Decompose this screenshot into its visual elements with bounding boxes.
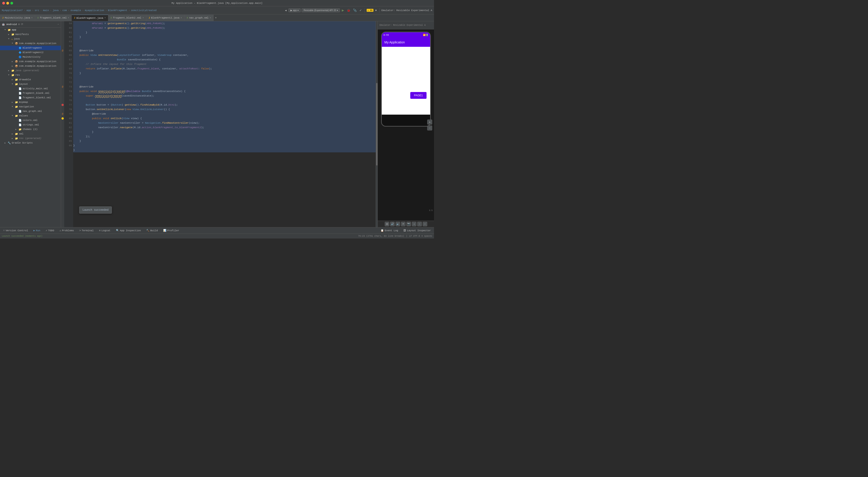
power-button[interactable]: ⏻ (385, 222, 389, 226)
device-selector[interactable]: Resizable (Experimental) API 33 ▾ (302, 8, 340, 12)
expand-icon[interactable]: ▶ (12, 79, 15, 81)
code-body[interactable]: mParam1 = getArguments().getString(ARG_P… (73, 21, 376, 227)
panel-collapse-icon[interactable]: − (57, 23, 59, 26)
breadcrumb-app[interactable]: MyApplication7 (2, 9, 23, 12)
tab-terminal[interactable]: > Terminal (78, 229, 95, 232)
tab-close-button[interactable]: × (31, 17, 33, 19)
device-page1-button[interactable]: PAGE1 (410, 92, 426, 99)
run-config-selector[interactable]: ▶ app ▾ (288, 8, 301, 12)
tab-layout-inspector[interactable]: 🖼 Layout Inspector (402, 229, 432, 232)
tab-nav-graph[interactable]: X nav_graph.xml × (184, 15, 214, 21)
expand-icon[interactable]: ▼ (4, 29, 8, 31)
tree-item-package-test[interactable]: ▶ 📦 com.example.myapplication (0, 59, 61, 64)
attach-button[interactable]: 📎 (352, 8, 358, 12)
expand-icon[interactable]: ▼ (8, 38, 11, 40)
tab-close-button[interactable]: × (68, 17, 69, 19)
tree-item-drawable[interactable]: ▶ 📁 drawable (0, 77, 61, 82)
expand-icon[interactable]: ▶ (12, 65, 15, 67)
tree-item-navigation[interactable]: ▼ 📁 navigation (0, 105, 61, 109)
back-nav-button[interactable]: ◂ (284, 8, 287, 12)
run-button[interactable]: ▶ (341, 8, 345, 12)
expand-icon[interactable]: ▶ (12, 101, 15, 103)
expand-icon[interactable]: ▶ (12, 137, 15, 140)
vertical-scrollbar[interactable] (376, 21, 377, 227)
close-button[interactable] (2, 2, 5, 4)
tab-version-control[interactable]: ⑂ Version Control (2, 229, 29, 232)
breadcrumb-example[interactable]: example (70, 9, 81, 12)
tree-item-blankfragment2[interactable]: 🔷 BlankFragment2 (0, 50, 61, 55)
minimize-button[interactable] (6, 2, 9, 4)
tree-item-fragment-blank2-xml[interactable]: 📄 fragment_blank2.xml (0, 95, 61, 100)
expand-icon[interactable]: ▶ (4, 142, 8, 144)
tab-blankfragment2[interactable]: J BlankFragment2.java × (146, 15, 184, 21)
expand-icon[interactable]: ▶ (8, 33, 11, 36)
tree-item-themes[interactable]: ▶ 📁 themes (2) (0, 127, 61, 131)
tab-close-button[interactable]: × (210, 17, 211, 19)
breadcrumb-main[interactable]: main (43, 9, 49, 12)
code-content[interactable]: @ @ @ (61, 21, 377, 227)
tree-item-layout[interactable]: ▼ 📁 layout (0, 82, 61, 86)
zoom-out-button[interactable]: − (427, 125, 432, 130)
tree-item-package-androidtest[interactable]: ▶ 📦 com.example.myapplication (0, 64, 61, 68)
tree-item-gradle[interactable]: ▶ 🔧 Gradle Scripts (0, 141, 61, 145)
tree-item-java-generated[interactable]: ▶ 📁 java (generated) (0, 68, 61, 73)
expand-icon[interactable]: ▼ (12, 83, 15, 85)
breadcrumb-java[interactable]: java (53, 9, 59, 12)
screenshot-button[interactable]: 📷 (406, 222, 411, 226)
tab-mainactivity[interactable]: J MainActivity.java × (0, 15, 35, 21)
expand-icon[interactable]: ▶ (12, 60, 15, 63)
expand-icon[interactable]: ▼ (12, 42, 15, 44)
expand-icon[interactable]: ▶ (16, 128, 19, 131)
tree-item-mipmap[interactable]: ▶ 📁 mipmap (0, 100, 61, 105)
expand-icon[interactable]: ▼ (8, 74, 11, 76)
tab-event-log[interactable]: 📋 Event Log (379, 229, 399, 232)
breadcrumb-myapplication[interactable]: myapplication (85, 9, 104, 12)
volume-up-button[interactable]: 🔊 (390, 222, 395, 226)
tree-item-manifests[interactable]: ▶ 📁 manifests (0, 32, 61, 37)
expand-icon[interactable]: ▶ (12, 133, 15, 135)
zoom-in-button[interactable]: + (427, 120, 432, 125)
expand-icon[interactable]: ▶ (8, 69, 11, 72)
breadcrumb-blankfragment[interactable]: BlankFragment (108, 9, 127, 12)
tab-fragment-blank2-xml[interactable]: X fragment_blank2.xml × (108, 15, 146, 21)
tree-item-app[interactable]: ▼ 📁 app (0, 28, 61, 32)
debug-button[interactable]: 🐞 (346, 8, 351, 12)
breadcrumb-com[interactable]: com (62, 9, 67, 12)
tab-app-inspection[interactable]: 🔍 App Inspection (115, 229, 142, 232)
tree-item-activity-main-xml[interactable]: 📄 activity_main.xml (0, 86, 61, 91)
breadcrumb-onactivitycreated[interactable]: onActivityCreated (131, 9, 156, 12)
tree-item-mainactivity[interactable]: 🔵 MainActivity (0, 55, 61, 59)
tab-profiler[interactable]: 📊 Profiler (162, 229, 181, 232)
tab-close-button[interactable]: × (143, 17, 144, 19)
tree-item-package-main[interactable]: ▼ 📦 com.example.myapplication (0, 41, 61, 46)
tab-fragment-blank-xml[interactable]: X fragment_blank.xml × (35, 15, 72, 21)
scrollbar-thumb[interactable] (376, 83, 377, 165)
tree-item-values[interactable]: ▼ 📁 values (0, 114, 61, 118)
expand-icon[interactable]: ▼ (12, 106, 15, 108)
tab-todo[interactable]: ✓ TODO (44, 229, 55, 232)
tab-logcat[interactable]: ≡ Logcat (98, 229, 112, 232)
tree-item-res-generated[interactable]: ▶ 📁 res (generated) (0, 136, 61, 141)
tree-item-java[interactable]: ▼ ☕ java (0, 37, 61, 41)
tab-run[interactable]: ▶ Run (32, 229, 41, 232)
panel-sync-icon[interactable]: ⟳ (21, 23, 23, 26)
tree-item-nav-graph-xml[interactable]: 📄 nav_graph.xml (0, 109, 61, 114)
back-button[interactable]: ◁ (412, 222, 416, 226)
tree-item-xml[interactable]: ▶ 📁 xml (0, 131, 61, 136)
tree-item-res[interactable]: ▼ 📁 res (0, 73, 61, 77)
run-tests-button[interactable]: ✓ (359, 8, 363, 12)
home-button[interactable]: ○ (417, 222, 422, 226)
rotate-button[interactable]: ⟳ (401, 222, 405, 226)
breadcrumb-src[interactable]: src (35, 9, 39, 12)
breadcrumb-app-module[interactable]: app (26, 9, 31, 12)
more-tabs-button[interactable]: ▾ (214, 16, 218, 20)
volume-down-button[interactable]: 🔉 (396, 222, 400, 226)
tab-build[interactable]: 🔨 Build (145, 229, 159, 232)
tab-close-button[interactable]: × (104, 17, 106, 19)
tree-item-colors-xml[interactable]: 📄 colors.xml (0, 118, 61, 122)
expand-icon[interactable]: ▼ (12, 115, 15, 117)
panel-settings-icon[interactable]: ⚙ (18, 23, 20, 26)
tree-item-blankfragment[interactable]: 🔷 BlankFragment (0, 46, 61, 50)
warning-chevron[interactable]: ▾ (374, 8, 378, 12)
tree-item-fragment-blank-xml[interactable]: 📄 fragment_blank.xml (0, 91, 61, 95)
